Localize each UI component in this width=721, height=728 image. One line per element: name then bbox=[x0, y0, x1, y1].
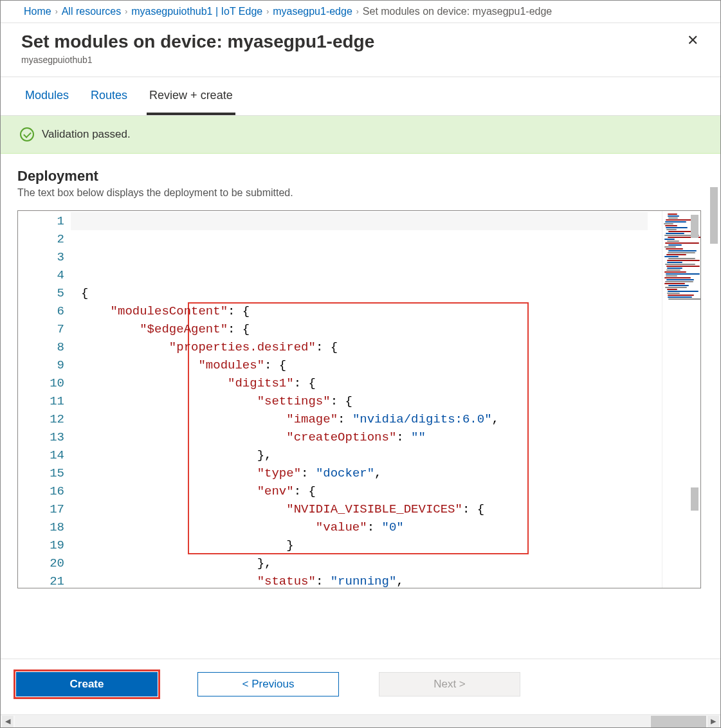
breadcrumb-link[interactable]: myasegpu1-edge bbox=[273, 6, 352, 17]
breadcrumb-link[interactable]: Home bbox=[24, 6, 51, 17]
breadcrumb-link[interactable]: All resources bbox=[62, 6, 121, 17]
scroll-left-icon[interactable]: ◀ bbox=[2, 716, 14, 727]
set-modules-panel: Home › All resources › myasegpuiothub1 |… bbox=[0, 0, 721, 728]
create-button[interactable]: Create bbox=[16, 672, 158, 696]
close-icon[interactable]: ✕ bbox=[683, 32, 702, 49]
content-area: Deployment The text box below displays t… bbox=[1, 154, 720, 659]
page-title: Set modules on device: myasegpu1-edge bbox=[21, 32, 374, 52]
horizontal-scrollbar[interactable]: ◀ ▶ bbox=[1, 714, 720, 727]
chevron-right-icon: › bbox=[125, 7, 127, 16]
editor-scrollbar-thumb[interactable] bbox=[691, 215, 698, 238]
check-circle-icon bbox=[20, 127, 34, 141]
breadcrumb-current: Set modules on device: myasegpu1-edge bbox=[363, 6, 552, 17]
deployment-json-editor[interactable]: 123456789101112131415161718192021 – { "m… bbox=[17, 210, 701, 588]
validation-text: Validation passed. bbox=[42, 128, 131, 141]
wizard-footer: Create < Previous Next > bbox=[1, 659, 720, 714]
tab-modules[interactable]: Modules bbox=[23, 77, 71, 115]
scroll-track[interactable] bbox=[15, 716, 706, 727]
scroll-right-icon[interactable]: ▶ bbox=[707, 716, 719, 727]
code-area[interactable]: { "modulesContent": { "$edgeAgent": { "p… bbox=[71, 211, 662, 588]
editor-scrollbar-thumb[interactable] bbox=[691, 487, 698, 511]
chevron-right-icon: › bbox=[55, 7, 58, 16]
validation-banner: Validation passed. bbox=[1, 116, 720, 154]
breadcrumb: Home › All resources › myasegpuiothub1 |… bbox=[1, 1, 720, 23]
panel-scrollbar-thumb[interactable] bbox=[710, 187, 718, 244]
scroll-thumb[interactable] bbox=[651, 716, 706, 727]
section-heading: Deployment bbox=[17, 168, 701, 185]
panel-header: Set modules on device: myasegpu1-edge my… bbox=[1, 23, 720, 77]
chevron-right-icon: › bbox=[266, 7, 269, 16]
code-minimap[interactable] bbox=[662, 211, 700, 588]
previous-button[interactable]: < Previous bbox=[197, 672, 339, 696]
line-gutter: 123456789101112131415161718192021 bbox=[18, 211, 71, 588]
breadcrumb-link[interactable]: myasegpuiothub1 | IoT Edge bbox=[131, 6, 262, 17]
tab-bar: Modules Routes Review + create bbox=[1, 77, 720, 116]
tab-routes[interactable]: Routes bbox=[88, 77, 130, 115]
page-subtitle: myasegpuiothub1 bbox=[21, 55, 374, 65]
tab-review-create[interactable]: Review + create bbox=[147, 77, 235, 115]
chevron-right-icon: › bbox=[356, 7, 359, 16]
next-button: Next > bbox=[379, 672, 520, 696]
section-description: The text box below displays the deployme… bbox=[17, 187, 701, 199]
